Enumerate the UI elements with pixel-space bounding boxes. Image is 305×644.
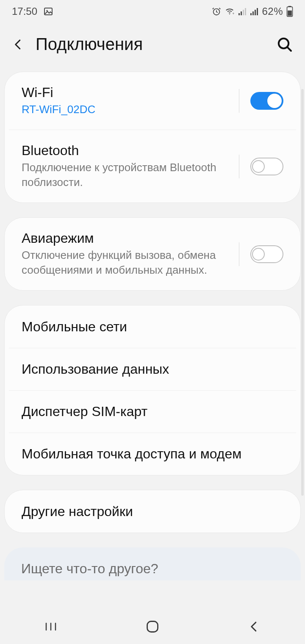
- back-button[interactable]: [12, 36, 25, 53]
- picture-icon: [43, 6, 53, 17]
- search-hint[interactable]: Ищете что-то другое?: [4, 547, 301, 580]
- sim-title: Диспетчер SIM-карт: [22, 404, 283, 419]
- svg-rect-11: [255, 10, 256, 15]
- svg-rect-6: [241, 11, 242, 15]
- header: Подключения: [0, 23, 305, 72]
- airplane-toggle[interactable]: [250, 245, 283, 263]
- status-battery-pct: 62%: [262, 6, 283, 17]
- alarm-icon: [212, 7, 221, 16]
- group-mobile: Мобильные сети Использование данных Дисп…: [4, 305, 301, 475]
- status-time: 17:50: [12, 6, 37, 17]
- group-other: Другие настройки: [4, 490, 301, 533]
- wifi-icon: +: [225, 7, 235, 16]
- bluetooth-sub: Подключение к устройствам Bluetooth побл…: [22, 160, 228, 190]
- navigation-bar: [0, 609, 305, 644]
- hint-text: Ищете что-то другое?: [21, 561, 158, 576]
- row-data-usage[interactable]: Использование данных: [9, 348, 296, 390]
- svg-text:+: +: [233, 12, 235, 16]
- svg-point-3: [230, 14, 230, 15]
- nav-back-button[interactable]: [241, 618, 267, 635]
- svg-rect-8: [245, 8, 246, 15]
- signal2-icon: [250, 7, 258, 16]
- row-airplane[interactable]: Авиарежим Отключение функций вызова, обм…: [5, 218, 300, 290]
- row-hotspot[interactable]: Мобильная точка доступа и модем: [9, 433, 296, 475]
- row-other-settings[interactable]: Другие настройки: [5, 490, 300, 533]
- scroll-indicator: [301, 89, 304, 496]
- airplane-title: Авиарежим: [22, 230, 228, 246]
- wifi-title: Wi-Fi: [22, 85, 228, 100]
- search-button[interactable]: [276, 36, 293, 53]
- wifi-toggle[interactable]: [250, 92, 283, 110]
- svg-rect-7: [243, 10, 244, 15]
- signal1-icon: [238, 7, 247, 16]
- row-sim-manager[interactable]: Диспетчер SIM-карт: [9, 390, 296, 433]
- divider: [239, 89, 239, 113]
- divider: [239, 155, 239, 178]
- data-title: Использование данных: [22, 361, 283, 377]
- row-bluetooth[interactable]: Bluetooth Подключение к устройствам Blue…: [9, 130, 296, 203]
- hotspot-title: Мобильная точка доступа и модем: [22, 446, 283, 462]
- bluetooth-title: Bluetooth: [22, 143, 228, 158]
- divider: [239, 242, 239, 266]
- group-airplane: Авиарежим Отключение функций вызова, обм…: [4, 217, 301, 291]
- battery-icon: [286, 6, 293, 17]
- svg-rect-15: [288, 11, 292, 16]
- status-bar: 17:50 +: [0, 0, 305, 23]
- group-connectivity: Wi-Fi RT-WiFi_02DC Bluetooth Подключение…: [4, 72, 301, 203]
- mobile-title: Мобильные сети: [22, 319, 283, 335]
- svg-rect-10: [252, 11, 254, 15]
- airplane-sub: Отключение функций вызова, обмена сообще…: [22, 248, 228, 278]
- svg-line-17: [287, 47, 291, 50]
- nav-home-button[interactable]: [140, 618, 165, 635]
- page-title: Подключения: [36, 35, 143, 54]
- svg-rect-5: [238, 13, 240, 15]
- svg-rect-9: [250, 13, 252, 15]
- wifi-network: RT-WiFi_02DC: [22, 102, 228, 117]
- svg-rect-12: [257, 8, 258, 15]
- svg-rect-21: [147, 622, 158, 632]
- other-title: Другие настройки: [22, 504, 283, 519]
- row-mobile-networks[interactable]: Мобильные сети: [5, 305, 300, 348]
- bluetooth-toggle[interactable]: [250, 158, 283, 175]
- nav-recent-button[interactable]: [38, 618, 64, 635]
- row-wifi[interactable]: Wi-Fi RT-WiFi_02DC: [5, 72, 300, 130]
